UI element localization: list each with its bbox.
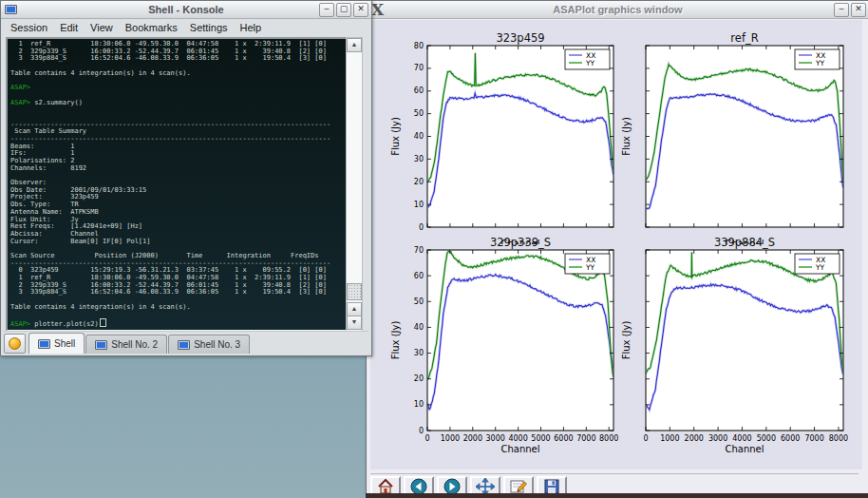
x-tick-label: 0: [425, 434, 429, 443]
y-tick-label: 60: [414, 272, 424, 280]
x-tick-label: 8000: [599, 434, 618, 443]
session-tab-bar: ShellShell No. 2Shell No. 3: [4, 331, 368, 354]
menu-item-help[interactable]: Help: [238, 21, 264, 34]
konsole-window: Shell - Konsole – ▢ ✕ SessionEditViewBoo…: [0, 0, 372, 356]
terminal-scrollbar[interactable]: ▲ ▲ ▼: [346, 37, 363, 332]
terminal-line: ASAP> plotter.plot(s2): [10, 318, 345, 326]
screen-bottom-strip: [366, 493, 868, 498]
terminal-line: 3 339p884_S 16:52:04.6 -46.08.33.9 06:36…: [10, 289, 345, 297]
minimize-button[interactable]: –: [834, 3, 849, 17]
terminal-line: [10, 77, 345, 85]
new-session-icon: [9, 337, 21, 350]
menu-item-bookmarks[interactable]: Bookmarks: [123, 21, 179, 34]
y-tick-label: 50: [414, 297, 424, 306]
x-tick-label: 4000: [732, 434, 751, 443]
y-tick-label: 40: [414, 132, 424, 141]
chart-title: ref_R: [730, 31, 758, 45]
x-tick-label: 2000: [463, 434, 482, 443]
shell-icon: [38, 339, 50, 349]
x-axis-label: Channel: [500, 444, 539, 454]
x-tick-label: 5000: [757, 434, 776, 443]
x-tick-label: 4000: [508, 434, 527, 443]
x-tick-label: 6000: [554, 434, 573, 443]
menu-bar: SessionEditViewBookmarksSettingsHelp: [1, 19, 371, 35]
tab-label: Shell No. 2: [111, 339, 158, 350]
terminal-line: 3 339p884_S 16:52:04.6 -46.08.33.9 06:36…: [10, 55, 345, 63]
terminal-line: [10, 172, 345, 180]
scroll-down-icon[interactable]: ▼: [347, 316, 362, 330]
y-tick-label: 60: [414, 86, 424, 95]
x-tick-label: 7000: [576, 434, 595, 443]
x-tick-label: 2000: [685, 434, 704, 443]
y-axis-label: Flux (Jy): [621, 321, 632, 360]
terminal-screen[interactable]: 1 ref_R 18:30:06.0 -49.59.30.0 04:47:58 …: [6, 37, 348, 331]
minimize-button[interactable]: –: [319, 3, 334, 17]
shell-icon: [95, 340, 107, 350]
terminal-line: [10, 311, 345, 318]
tab-label: Shell: [54, 338, 75, 349]
terminal-line: Cursor: Beam[0] IF[0] Pol[1]: [10, 239, 345, 246]
x-tick-label: 7000: [804, 434, 823, 443]
shell-icon: [178, 340, 190, 350]
chart-title: 329p339_S: [490, 236, 551, 249]
chart-339p884_S: 010002000300040005000600070008000339p884…: [621, 236, 848, 454]
x-tick-label: 3000: [486, 434, 505, 443]
tab-shell-no-3[interactable]: Shell No. 3: [168, 335, 250, 354]
menu-item-settings[interactable]: Settings: [188, 21, 230, 34]
y-tick-label: 10: [414, 400, 424, 409]
menu-item-edit[interactable]: Edit: [58, 21, 80, 34]
close-button[interactable]: ✕: [851, 3, 866, 17]
legend: XXYY: [795, 254, 840, 274]
tab-shell-no-2[interactable]: Shell No. 2: [85, 335, 167, 354]
figure-area[interactable]: 01020304050607080323p459Flux (Jy)Channel…: [370, 20, 862, 469]
axes-background: [427, 46, 613, 227]
legend: XXYY: [795, 49, 840, 69]
x-tick-label: 6000: [781, 434, 800, 443]
y-axis-label: Flux (Jy): [390, 321, 401, 360]
x-tick-label: 1000: [660, 434, 679, 443]
plot-window-title: ASAPlot graphics window: [367, 4, 868, 15]
maximize-button[interactable]: ▢: [336, 3, 351, 17]
x-tick-label: 3000: [708, 434, 727, 443]
terminal-line: ASAP>: [10, 85, 345, 92]
y-axis-label: Flux (Jy): [390, 117, 401, 156]
y-tick-label: 20: [414, 178, 424, 186]
new-session-button[interactable]: [4, 334, 26, 354]
y-tick-label: 20: [414, 374, 424, 383]
terminal-line: [10, 106, 345, 114]
terminal-line: Table contains 4 integration(s) in 4 sca…: [10, 70, 345, 78]
legend-label-YY: YY: [585, 263, 595, 272]
y-tick-label: 70: [414, 64, 424, 72]
y-tick-label: 10: [414, 201, 424, 209]
tab-label: Shell No. 3: [194, 339, 240, 350]
plot-window-titlebar[interactable]: X ASAPlot graphics window – ✕: [367, 1, 868, 19]
legend: XXYY: [565, 49, 610, 69]
y-tick-label: 0: [419, 427, 424, 435]
terminal-line: Table contains 4 integration(s) in 4 sca…: [10, 304, 345, 312]
y-tick-label: 50: [414, 109, 424, 118]
legend-label-YY: YY: [815, 59, 825, 67]
y-tick-label: 0: [419, 223, 424, 232]
close-button[interactable]: ✕: [353, 3, 368, 17]
chart-title: 339p884_S: [714, 236, 775, 249]
legend-label-YY: YY: [815, 263, 825, 272]
scroll-up-icon[interactable]: ▲: [347, 302, 362, 316]
y-axis-label: Flux (Jy): [621, 117, 632, 156]
y-tick-label: 30: [414, 155, 424, 163]
terminal-window-title: Shell - Konsole: [1, 4, 371, 15]
x-tick-label: 1000: [441, 434, 460, 443]
tab-shell[interactable]: Shell: [28, 333, 85, 354]
menu-item-view[interactable]: View: [88, 21, 115, 34]
axes-background: [646, 250, 843, 431]
x-tick-label: 8000: [829, 434, 848, 443]
legend-label-YY: YY: [585, 59, 595, 67]
terminal-titlebar[interactable]: Shell - Konsole – ▢ ✕: [1, 1, 371, 19]
terminal-line: Channels: 8192: [10, 165, 345, 173]
menu-item-session[interactable]: Session: [9, 21, 49, 34]
chart-ref_R: ref_RFlux (Jy)ChannelXXYY: [621, 31, 843, 249]
y-tick-label: 80: [414, 42, 424, 50]
scroll-up-icon[interactable]: ▲: [347, 38, 362, 52]
y-tick-label: 40: [414, 323, 424, 332]
scrollbar-thumb[interactable]: [347, 283, 362, 300]
terminal-line: ASAP> s2.summary(): [10, 100, 345, 107]
